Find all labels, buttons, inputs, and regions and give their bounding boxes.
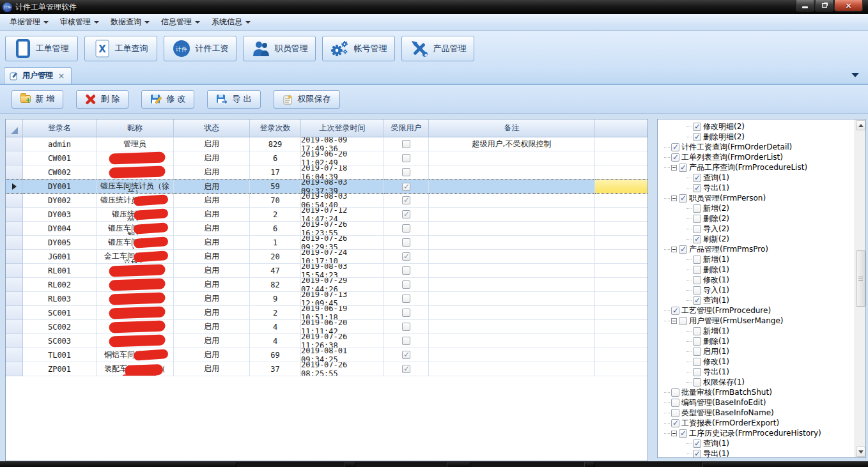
table-row[interactable]: DY002锻压统计员（ ）启用702019-08-03 06:54:40 xyxy=(6,194,647,208)
tree-item[interactable]: 查询(1) xyxy=(658,172,865,183)
scrollbar-thumb[interactable] xyxy=(856,250,865,307)
tree-item[interactable]: 修改明细(2) xyxy=(658,121,865,132)
order-query-button[interactable]: X工单查询 xyxy=(84,36,157,61)
table-row[interactable]: RL003启用92019-07-13 12:09:45 xyxy=(6,292,647,306)
scroll-down-button[interactable] xyxy=(856,447,865,457)
tree-item[interactable]: 修改(1) xyxy=(658,275,865,285)
tree-item[interactable]: 修改(1) xyxy=(658,356,865,367)
tree-checkbox[interactable] xyxy=(671,399,679,407)
tree-checkbox[interactable] xyxy=(693,235,701,243)
tree-checkbox[interactable] xyxy=(693,225,701,233)
tree-checkbox[interactable] xyxy=(693,123,701,131)
tree-checkbox[interactable] xyxy=(693,440,701,448)
column-header-8[interactable] xyxy=(595,119,648,137)
restricted-checkbox[interactable] xyxy=(402,365,410,373)
work-order-button[interactable]: 工单管理 xyxy=(5,36,78,61)
select-all-corner[interactable] xyxy=(6,119,23,137)
restricted-checkbox[interactable] xyxy=(402,154,410,162)
product-tools-button[interactable]: 产品管理 xyxy=(401,36,474,61)
table-row[interactable]: ZP001装配车间统计员（启用372019-07-26 08:25:55 xyxy=(6,362,647,376)
table-row[interactable]: JG001金工车间统计员（立格）启用202019-07-24 10:17:10 xyxy=(6,250,647,264)
restricted-checkbox[interactable] xyxy=(402,266,410,275)
table-row[interactable]: SC001启用22019-06-19 10:51:18 xyxy=(6,306,647,320)
tree-checkbox[interactable] xyxy=(671,307,679,315)
tree-checkbox[interactable] xyxy=(693,327,701,335)
tree-checkbox[interactable] xyxy=(671,143,679,151)
menu-item-4[interactable]: 信息管理 xyxy=(155,14,206,30)
restricted-checkbox[interactable] xyxy=(402,323,410,331)
table-row[interactable]: CW002启用172019-07-18 16:04:39 xyxy=(6,165,647,180)
tree-item[interactable]: 权限保存(1) xyxy=(658,377,865,387)
tree-checkbox[interactable] xyxy=(671,409,679,417)
tree-item[interactable]: 批量审核(FrmBatchShut) xyxy=(658,387,865,397)
tree-item[interactable]: 职员管理(FrmPerson) xyxy=(658,193,865,203)
restricted-checkbox[interactable] xyxy=(402,183,410,191)
tree-item[interactable]: 删除(2) xyxy=(658,213,865,224)
row-header-cell[interactable] xyxy=(6,208,23,222)
tree-checkbox[interactable] xyxy=(671,419,679,427)
tree-item[interactable]: 产品管理(FrmPmsPro) xyxy=(658,244,865,254)
tree-checkbox[interactable] xyxy=(679,245,687,254)
restore-button[interactable] xyxy=(815,0,833,11)
tab-close-icon[interactable]: × xyxy=(58,72,65,80)
column-header-5[interactable]: 上次登录时间 xyxy=(301,119,384,137)
tree-checkbox[interactable] xyxy=(693,266,701,274)
row-header-cell[interactable] xyxy=(6,194,23,208)
table-row[interactable]: RL002启用822019-07-29 07:44:26 xyxy=(6,278,647,292)
menu-item-5[interactable]: 系统信息 xyxy=(206,14,256,30)
row-header-cell[interactable] xyxy=(6,165,23,180)
add-button[interactable]: 新 增 xyxy=(12,90,63,109)
row-header-cell[interactable] xyxy=(6,236,23,250)
tab-user-management[interactable]: 用户管理 × xyxy=(4,67,72,84)
row-header-cell[interactable] xyxy=(6,362,23,376)
tree-checkbox[interactable] xyxy=(693,337,701,346)
tree-item[interactable]: 删除明细(2) xyxy=(658,132,865,142)
restricted-checkbox[interactable] xyxy=(402,252,410,261)
tree-checkbox[interactable] xyxy=(693,368,701,376)
tree-checkbox[interactable] xyxy=(693,204,701,213)
restricted-checkbox[interactable] xyxy=(402,351,410,359)
tree-checkbox[interactable] xyxy=(693,450,701,458)
piece-wage-button[interactable]: 计件计件工资 xyxy=(164,36,236,61)
column-header-7[interactable]: 备注 xyxy=(429,119,595,137)
table-row[interactable]: DY003锻压统计员（萍）启用22019-07-12 14:47:24 xyxy=(6,208,647,222)
restricted-checkbox[interactable] xyxy=(402,238,410,247)
restricted-checkbox[interactable] xyxy=(402,168,410,176)
tree-checkbox[interactable] xyxy=(693,215,701,223)
restricted-checkbox[interactable] xyxy=(402,280,410,289)
tree-checkbox[interactable] xyxy=(693,296,701,305)
tree-item[interactable]: 类型管理(BaseInfoName) xyxy=(658,408,865,418)
tree-item[interactable]: 查询(1) xyxy=(658,438,865,448)
restricted-checkbox[interactable] xyxy=(402,210,410,218)
tree-checkbox[interactable] xyxy=(693,276,701,284)
table-row[interactable]: DY005锻压车间主任（）启用12019-07-26 09:29:35 xyxy=(6,236,647,250)
delete-button[interactable]: 删 除 xyxy=(76,90,128,109)
restricted-checkbox[interactable] xyxy=(402,140,410,148)
tree-item[interactable]: 工序历史记录(FrmProcedureHistory) xyxy=(658,428,865,438)
restricted-checkbox[interactable] xyxy=(402,295,410,303)
tree-item[interactable]: 编码管理(BaseInfoEdit) xyxy=(658,397,865,408)
table-row[interactable]: DY001锻压车间统计员（徐兰）启用592019-08-03 09:37:39 xyxy=(6,180,647,194)
collapse-icon[interactable] xyxy=(671,318,677,324)
table-row[interactable]: RL001启用472019-08-03 15:54:23 xyxy=(6,264,647,278)
tree-item[interactable]: 新增(2) xyxy=(658,203,865,213)
column-header-2[interactable]: 昵称 xyxy=(97,119,174,137)
tab-list-dropdown-icon[interactable] xyxy=(851,73,859,77)
tree-checkbox[interactable] xyxy=(671,153,679,162)
column-header-3[interactable]: 状态 xyxy=(174,119,250,137)
tree-item[interactable]: 导入(2) xyxy=(658,224,865,234)
tree-item[interactable]: 查询(1) xyxy=(658,295,865,305)
tree-checkbox[interactable] xyxy=(693,174,701,182)
tree-checkbox[interactable] xyxy=(693,256,701,264)
tree-item[interactable]: 用户管理(FrmUserMange) xyxy=(658,316,865,326)
tree-checkbox[interactable] xyxy=(679,317,687,325)
row-header-cell[interactable] xyxy=(6,306,23,320)
scroll-up-button[interactable] xyxy=(856,120,865,130)
tree-scrollbar[interactable] xyxy=(855,119,865,457)
tree-item[interactable]: 删除(1) xyxy=(658,264,865,275)
tree-item[interactable]: 计件工资查询(FrmOrderDetail) xyxy=(658,142,865,152)
collapse-icon[interactable] xyxy=(671,431,677,436)
tree-item[interactable]: 导出(1) xyxy=(658,367,865,377)
tree-item[interactable]: 刷新(2) xyxy=(658,234,865,244)
restricted-checkbox[interactable] xyxy=(402,196,410,204)
